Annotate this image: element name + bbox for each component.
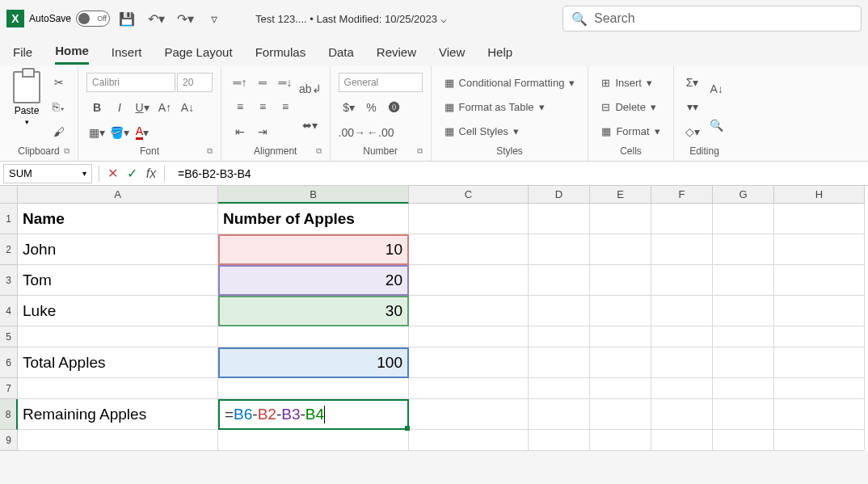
toggle-switch[interactable]: Off — [76, 11, 110, 27]
cell-b1[interactable]: Number of Apples — [218, 204, 409, 234]
merge-center-icon[interactable]: ⬌▾ — [299, 116, 322, 135]
cell-a4[interactable]: Luke — [18, 296, 218, 326]
sort-filter-icon[interactable]: A↓ — [706, 79, 727, 99]
qat-dropdown-icon[interactable]: ▿ — [202, 6, 226, 31]
cell-a6[interactable]: Total Apples — [18, 347, 218, 378]
column-headers: A B C D E F G H — [0, 186, 868, 204]
autosum-icon[interactable]: Σ▾ — [682, 73, 703, 92]
cell-b4[interactable]: 30 — [218, 296, 409, 326]
save-icon[interactable]: 💾 — [115, 6, 139, 31]
col-header-b[interactable]: B — [218, 186, 409, 204]
undo-icon[interactable]: ↶▾ — [144, 6, 168, 31]
cell-b8-editing[interactable]: =B6-B2-B3-B4 — [218, 399, 409, 430]
row-header[interactable]: 2 — [0, 234, 18, 265]
cell-styles-button[interactable]: ▦ Cell Styles ▾ — [440, 122, 580, 141]
bold-button[interactable]: B — [86, 98, 107, 117]
title-bar: X AutoSave Off 💾 ↶▾ ↷▾ ▿ Test 123.... • … — [0, 0, 868, 37]
font-color-icon[interactable]: A▾ — [132, 123, 153, 142]
cell-b6[interactable]: 100 — [218, 347, 409, 378]
col-header-f[interactable]: F — [651, 186, 713, 204]
search-input[interactable]: 🔍 Search — [563, 6, 862, 32]
tab-help[interactable]: Help — [487, 40, 512, 64]
align-middle-icon[interactable]: ═ — [252, 73, 273, 92]
increase-decimal-icon[interactable]: .00→ — [339, 123, 365, 142]
cut-icon[interactable]: ✂ — [48, 73, 70, 92]
tab-insert[interactable]: Insert — [112, 40, 142, 64]
italic-button[interactable]: I — [109, 98, 130, 117]
font-size-combo[interactable]: 20 — [177, 73, 213, 92]
fill-color-icon[interactable]: 🪣▾ — [109, 123, 130, 142]
row-header[interactable]: 9 — [0, 430, 18, 451]
tab-formulas[interactable]: Formulas — [255, 40, 306, 64]
cancel-formula-icon[interactable]: ✕ — [103, 166, 122, 181]
fx-icon[interactable]: fx — [141, 166, 161, 181]
col-header-c[interactable]: C — [409, 186, 529, 204]
fill-icon[interactable]: ▾▾ — [682, 97, 703, 116]
col-header-a[interactable]: A — [18, 186, 218, 204]
cell-a3[interactable]: Tom — [18, 265, 218, 296]
row-header[interactable]: 3 — [0, 265, 18, 296]
redo-icon[interactable]: ↷▾ — [173, 6, 197, 31]
align-right-icon[interactable]: ≡ — [275, 97, 296, 116]
font-name-combo[interactable]: Calibri — [86, 73, 175, 92]
align-bottom-icon[interactable]: ═↓ — [275, 73, 296, 92]
align-center-icon[interactable]: ≡ — [252, 97, 273, 116]
wrap-text-icon[interactable]: ab↲ — [299, 79, 322, 99]
select-all-corner[interactable] — [0, 186, 18, 204]
col-header-d[interactable]: D — [529, 186, 590, 204]
decrease-font-icon[interactable]: A↓ — [177, 98, 198, 117]
number-format-combo[interactable]: General — [339, 73, 423, 92]
font-launcher-icon[interactable]: ⧉ — [207, 146, 213, 156]
tab-review[interactable]: Review — [377, 40, 416, 64]
conditional-formatting-button[interactable]: ▦ Conditional Formatting ▾ — [440, 73, 580, 92]
col-header-g[interactable]: G — [713, 186, 774, 204]
number-launcher-icon[interactable]: ⧉ — [417, 146, 423, 156]
formula-input[interactable]: =B6-B2-B3-B4 — [168, 167, 251, 180]
format-painter-icon[interactable]: 🖌 — [48, 122, 70, 141]
tab-view[interactable]: View — [439, 40, 465, 64]
comma-format-icon[interactable]: 🄌 — [384, 98, 405, 117]
col-header-h[interactable]: H — [774, 186, 865, 204]
row-header[interactable]: 7 — [0, 378, 18, 399]
alignment-launcher-icon[interactable]: ⧉ — [316, 146, 322, 156]
clipboard-launcher-icon[interactable]: ⧉ — [64, 146, 70, 156]
name-box[interactable]: SUM▾ — [3, 164, 92, 183]
row-header[interactable]: 5 — [0, 326, 18, 347]
row-header[interactable]: 1 — [0, 204, 18, 234]
copy-icon[interactable]: ⎘▾ — [48, 97, 70, 116]
enter-formula-icon[interactable]: ✓ — [122, 166, 141, 181]
col-header-e[interactable]: E — [590, 186, 651, 204]
increase-font-icon[interactable]: A↑ — [154, 98, 175, 117]
row-header[interactable]: 8 — [0, 399, 18, 430]
clear-icon[interactable]: ◇▾ — [682, 122, 703, 141]
align-left-icon[interactable]: ≡ — [230, 97, 251, 116]
tab-page-layout[interactable]: Page Layout — [164, 40, 232, 64]
cell-a1[interactable]: Name — [18, 204, 218, 234]
format-as-table-button[interactable]: ▦ Format as Table ▾ — [440, 97, 580, 116]
underline-button[interactable]: U▾ — [132, 98, 153, 117]
accounting-format-icon[interactable]: $▾ — [339, 98, 360, 117]
row-header[interactable]: 4 — [0, 296, 18, 326]
insert-cells-button[interactable]: ⊞ Insert ▾ — [596, 73, 664, 92]
delete-cells-button[interactable]: ⊟ Delete ▾ — [596, 97, 664, 116]
tab-file[interactable]: File — [13, 40, 32, 64]
paste-button[interactable]: Paste ▾ — [8, 71, 45, 143]
decrease-indent-icon[interactable]: ⇤ — [230, 122, 251, 141]
row-5: 5 — [0, 326, 868, 347]
format-cells-button[interactable]: ▦ Format ▾ — [596, 122, 664, 141]
document-title[interactable]: Test 123.... • Last Modified: 10/25/2023… — [255, 13, 447, 25]
find-select-icon[interactable]: 🔍 — [706, 116, 727, 135]
align-top-icon[interactable]: ═↑ — [230, 73, 251, 92]
percent-format-icon[interactable]: % — [361, 98, 382, 117]
borders-icon[interactable]: ▦▾ — [86, 123, 107, 142]
cell-a2[interactable]: John — [18, 234, 218, 265]
row-header[interactable]: 6 — [0, 347, 18, 378]
cell-b2[interactable]: 10 — [218, 234, 409, 265]
increase-indent-icon[interactable]: ⇥ — [252, 122, 273, 141]
cell-b3[interactable]: 20 — [218, 265, 409, 296]
decrease-decimal-icon[interactable]: ←.00 — [367, 123, 394, 142]
tab-data[interactable]: Data — [328, 40, 354, 64]
cell-a8[interactable]: Remaining Apples — [18, 399, 218, 430]
tab-home[interactable]: Home — [55, 39, 89, 65]
autosave-toggle[interactable]: AutoSave Off — [29, 11, 110, 27]
